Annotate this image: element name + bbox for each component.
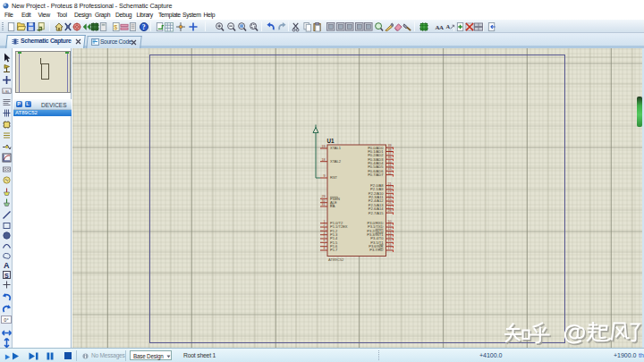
svg-text:17: 17 (388, 247, 392, 250)
svg-text:XTAL1: XTAL1 (330, 146, 342, 150)
svg-text:15: 15 (388, 239, 392, 242)
svg-text:6: 6 (323, 239, 325, 242)
svg-text:28: 28 (388, 209, 392, 213)
svg-text:21: 21 (388, 182, 392, 186)
svg-text:25: 25 (388, 198, 392, 201)
svg-text:8: 8 (323, 247, 325, 250)
svg-text:32: 32 (388, 172, 392, 175)
svg-text:LBL: LBL (3, 89, 10, 94)
svg-text:3: 3 (323, 227, 325, 231)
svg-text:38: 38 (388, 148, 392, 152)
svg-text:9: 9 (323, 174, 325, 178)
svg-text:12: 12 (388, 227, 392, 231)
svg-text:P0.7/AD7: P0.7/AD7 (368, 173, 384, 177)
svg-text:S: S (4, 272, 9, 278)
svg-text:18: 18 (321, 158, 325, 162)
svg-text:36: 36 (388, 156, 392, 159)
svg-text:31: 31 (321, 203, 325, 206)
svg-text:34: 34 (388, 164, 392, 167)
svg-text:23: 23 (388, 189, 392, 193)
svg-text:XTAL2: XTAL2 (330, 159, 342, 164)
svg-text:19: 19 (321, 145, 325, 148)
svg-text:P1.7: P1.7 (330, 248, 338, 252)
svg-text:29: 29 (321, 195, 325, 198)
svg-text:RST: RST (330, 175, 338, 180)
svg-text:A: A (439, 23, 444, 29)
svg-text:U1: U1 (327, 138, 335, 144)
svg-text:AT89C52: AT89C52 (328, 257, 344, 262)
svg-text:A: A (445, 23, 450, 29)
svg-text:27: 27 (388, 206, 392, 209)
svg-text:A: A (4, 261, 10, 270)
svg-text:P2.7/A15: P2.7/A15 (369, 211, 384, 215)
svg-text:$: $ (114, 22, 117, 30)
svg-text:?: ? (141, 23, 145, 31)
